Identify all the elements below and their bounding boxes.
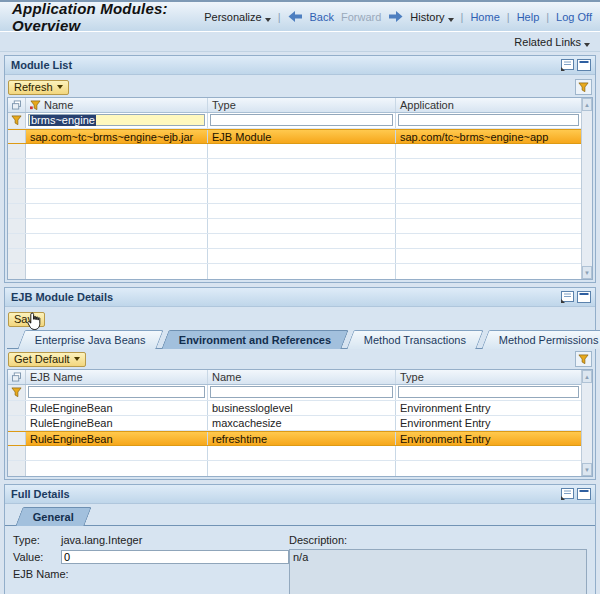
ejb-details-tabstrip: Enterprise Java Beans Environment and Re… — [7, 330, 593, 349]
ejb-row-maxcachesize[interactable]: RuleEngineBean maxcachesize Environment … — [8, 416, 581, 431]
get-default-button[interactable]: Get Default — [8, 352, 86, 367]
empty-row — [8, 189, 581, 204]
personalize-view-icon[interactable] — [560, 291, 574, 304]
type-cell: Environment Entry — [396, 432, 581, 445]
filter-funnel-icon — [578, 354, 589, 365]
menu-arrow-icon — [74, 357, 80, 361]
log-off-link[interactable]: Log Off — [556, 11, 592, 23]
separator: | — [461, 11, 464, 23]
vertical-scrollbar: ▲ ▼ — [581, 370, 592, 476]
personalize-menu[interactable]: Personalize — [204, 11, 270, 23]
scroll-up-button[interactable]: ▲ — [582, 370, 592, 383]
menu-arrow-icon — [57, 85, 63, 89]
type-filter-input[interactable] — [398, 386, 579, 398]
back-arrow-icon[interactable] — [288, 11, 303, 22]
personalize-view-icon[interactable] — [560, 59, 574, 72]
type-filter-input[interactable] — [210, 114, 393, 126]
personalize-view-icon[interactable] — [560, 488, 574, 501]
tab-environment-and-references[interactable]: Environment and References — [161, 330, 349, 349]
value-input[interactable] — [61, 550, 289, 564]
collapse-panel-icon[interactable] — [577, 291, 591, 304]
full-details-tabstrip: General — [5, 507, 595, 526]
collapse-panel-icon[interactable] — [577, 488, 591, 501]
row-selector-cell[interactable] — [8, 130, 26, 143]
masthead-links: Personalize | Back Forward History | Hom… — [204, 11, 592, 23]
full-details-header: Full Details — [5, 485, 595, 504]
module-name-cell: sap.com~tc~brms~engine~ejb.jar — [26, 130, 208, 143]
back-link[interactable]: Back — [310, 11, 334, 23]
module-list-panel: Module List Refresh — [4, 55, 596, 283]
related-links-bar: Related Links — [0, 32, 600, 52]
name-filter-cell: brms~engine — [26, 113, 208, 128]
column-header-ejb-name[interactable]: EJB Name — [26, 370, 208, 384]
filter-button[interactable] — [575, 79, 592, 95]
empty-row — [8, 219, 581, 234]
ejb-name-cell: RuleEngineBean — [26, 432, 208, 445]
ejb-row-businessloglevel[interactable]: RuleEngineBean businessloglevel Environm… — [8, 401, 581, 416]
ejb-filter-row — [8, 385, 581, 401]
ejb-name-filter-input[interactable] — [28, 386, 205, 398]
ejb-name-cell: RuleEngineBean — [26, 416, 208, 430]
application-filter-cell — [396, 113, 581, 128]
type-label: Type: — [13, 534, 53, 546]
name-filter-input[interactable] — [210, 386, 393, 398]
tab-method-permissions[interactable]: Method Permissions — [481, 330, 600, 349]
application-window: Application Modules: Overview Personaliz… — [0, 0, 600, 594]
page-title: Application Modules: Overview — [12, 0, 204, 34]
history-menu[interactable]: History — [410, 11, 453, 23]
empty-row — [8, 234, 581, 249]
ejb-row-refreshtime-selected[interactable]: RuleEngineBean refreshtime Environment E… — [8, 431, 581, 446]
column-header-name[interactable]: Name — [26, 98, 208, 112]
column-header-name[interactable]: Name — [208, 370, 396, 384]
ejb-env-table: EJB Name Name Type — [7, 369, 593, 477]
module-row-selected[interactable]: sap.com~tc~brms~engine~ejb.jar EJB Modul… — [8, 129, 581, 144]
column-header-type[interactable]: Type — [396, 370, 581, 384]
module-list-filter-row: brms~engine — [8, 113, 581, 129]
name-filter-input[interactable]: brms~engine — [28, 114, 205, 126]
ejb-name-label: EJB Name: — [13, 568, 53, 580]
tab-method-transactions[interactable]: Method Transactions — [346, 330, 483, 349]
filter-funnel-icon — [11, 387, 22, 398]
select-all-cell[interactable] — [8, 98, 26, 112]
empty-row — [8, 159, 581, 174]
filter-button[interactable] — [575, 351, 592, 367]
save-button[interactable]: Save — [8, 312, 45, 327]
empty-row — [8, 249, 581, 264]
related-links-menu[interactable]: Related Links — [514, 36, 590, 48]
masthead: Application Modules: Overview Personaliz… — [0, 2, 600, 32]
rows-stack-icon — [12, 372, 21, 382]
filter-row-cell[interactable] — [8, 385, 26, 400]
row-selector-cell[interactable] — [8, 432, 26, 445]
ejb-name-cell: RuleEngineBean — [26, 401, 208, 415]
select-all-cell[interactable] — [8, 370, 26, 384]
ejb-details-title: EJB Module Details — [11, 291, 113, 303]
module-list-header-row: Name Type Application — [8, 98, 581, 113]
name-cell: refreshtime — [208, 432, 396, 445]
tab-enterprise-java-beans[interactable]: Enterprise Java Beans — [17, 330, 163, 349]
collapse-panel-icon[interactable] — [577, 59, 591, 72]
ejb-details-panel: EJB Module Details Save Enterprise Java … — [4, 287, 596, 480]
tab-general[interactable]: General — [15, 507, 91, 526]
row-selector-cell[interactable] — [8, 401, 26, 415]
forward-arrow-icon[interactable] — [388, 11, 403, 22]
empty-row — [8, 264, 581, 279]
scroll-down-button[interactable]: ▼ — [582, 463, 592, 476]
full-details-form: Type: java.lang.Integer Value: EJB Name:… — [5, 526, 595, 594]
module-type-cell: EJB Module — [208, 130, 396, 143]
column-header-application[interactable]: Application — [396, 98, 581, 112]
application-filter-input[interactable] — [398, 114, 579, 126]
scroll-up-button[interactable]: ▲ — [582, 98, 592, 111]
ejb-name-filter-cell — [26, 385, 208, 400]
refresh-button[interactable]: Refresh — [8, 80, 69, 95]
column-header-type[interactable]: Type — [208, 98, 396, 112]
help-link[interactable]: Help — [517, 11, 540, 23]
selected-filter-text: brms~engine — [30, 115, 96, 126]
module-list-table: Name Type Application brms~engine — [7, 97, 593, 280]
separator: | — [278, 11, 281, 23]
scroll-down-button[interactable]: ▼ — [582, 266, 592, 279]
description-box: n/a — [289, 549, 587, 594]
filter-funnel-icon — [578, 82, 589, 93]
home-link[interactable]: Home — [470, 11, 499, 23]
filter-row-cell[interactable] — [8, 113, 26, 128]
row-selector-cell[interactable] — [8, 416, 26, 430]
